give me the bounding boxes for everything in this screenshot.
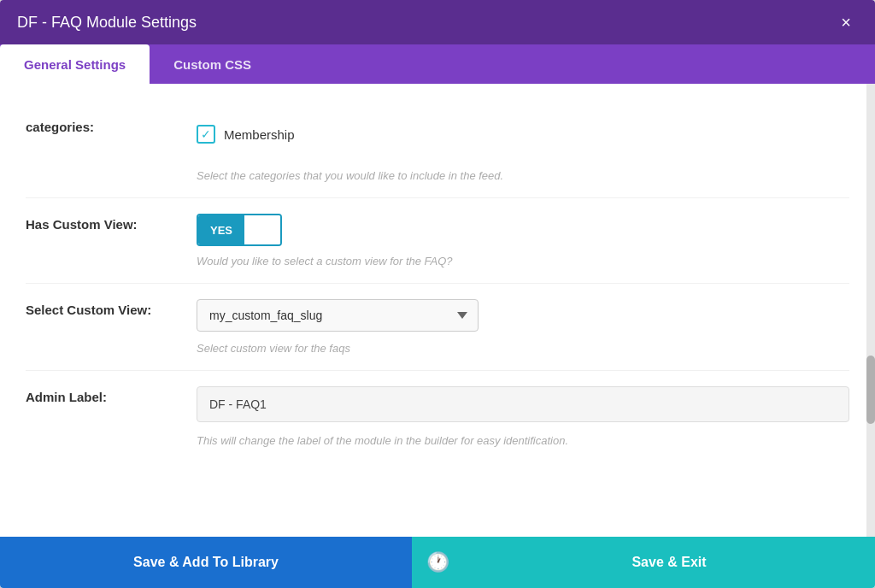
admin-label-label: Admin Label: xyxy=(26,386,197,404)
membership-label: Membership xyxy=(224,127,295,142)
categories-list: ✓ Membership xyxy=(197,116,849,164)
admin-label-hint: This will change the label of the module… xyxy=(197,434,849,447)
has-custom-view-control: YES Would you like to select a custom vi… xyxy=(197,214,849,268)
checkbox-membership[interactable]: ✓ xyxy=(197,125,215,144)
select-custom-view-control: my_custom_faq_slug default custom Select… xyxy=(197,299,849,355)
tab-general[interactable]: General Settings xyxy=(0,44,150,84)
select-custom-view-label: Select Custom View: xyxy=(26,299,197,317)
toggle-no-area xyxy=(244,215,280,244)
scrollbar-thumb[interactable] xyxy=(866,356,875,424)
checkmark-icon: ✓ xyxy=(201,128,211,140)
clock-icon: 🕐 xyxy=(426,551,449,573)
toggle-yes-label: YES xyxy=(198,215,244,244)
content-area: categories: ✓ Membership Select the cate… xyxy=(0,84,875,537)
modal-title: DF - FAQ Module Settings xyxy=(17,14,197,32)
categories-control: ✓ Membership Select the categories that … xyxy=(197,116,849,182)
has-custom-view-toggle[interactable]: YES xyxy=(197,214,282,246)
save-exit-button[interactable]: Save & Exit xyxy=(463,537,875,588)
scrollbar-track xyxy=(866,84,875,537)
admin-label-input[interactable] xyxy=(197,386,849,422)
checkbox-membership-item: ✓ Membership xyxy=(197,125,849,144)
categories-row: categories: ✓ Membership Select the cate… xyxy=(26,101,849,198)
categories-label: categories: xyxy=(26,116,197,134)
clock-button[interactable]: 🕐 xyxy=(412,537,463,588)
select-custom-view-hint: Select custom view for the faqs xyxy=(197,342,849,355)
admin-label-row: Admin Label: This will change the label … xyxy=(26,371,849,462)
select-custom-view-row: Select Custom View: my_custom_faq_slug d… xyxy=(26,284,849,371)
admin-label-control: This will change the label of the module… xyxy=(197,386,849,447)
has-custom-view-row: Has Custom View: YES Would you like to s… xyxy=(26,198,849,284)
categories-hint: Select the categories that you would lik… xyxy=(197,169,849,182)
has-custom-view-hint: Would you like to select a custom view f… xyxy=(197,255,849,268)
title-bar: DF - FAQ Module Settings × xyxy=(0,0,875,44)
has-custom-view-label: Has Custom View: xyxy=(26,214,197,232)
save-add-to-library-button[interactable]: Save & Add To Library xyxy=(0,537,412,588)
bottom-bar: Save & Add To Library 🕐 Save & Exit xyxy=(0,537,875,588)
tab-bar: General Settings Custom CSS xyxy=(0,44,875,84)
tab-custom-css[interactable]: Custom CSS xyxy=(150,44,275,84)
close-button[interactable]: × xyxy=(834,10,858,34)
modal-container: DF - FAQ Module Settings × General Setti… xyxy=(0,0,875,588)
settings-body: categories: ✓ Membership Select the cate… xyxy=(0,84,875,537)
custom-view-select[interactable]: my_custom_faq_slug default custom xyxy=(197,299,479,332)
